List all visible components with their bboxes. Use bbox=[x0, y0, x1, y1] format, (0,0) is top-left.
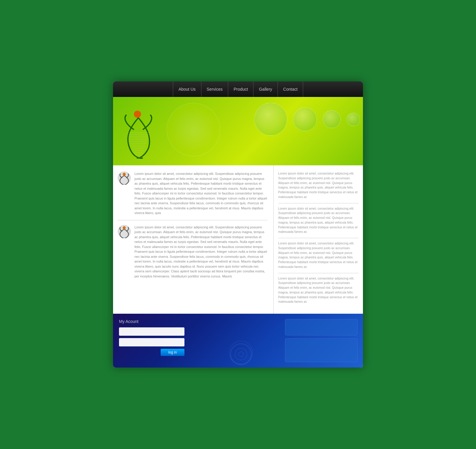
website-container: About Us Services Product Gallery Contac… bbox=[113, 81, 363, 368]
footer-password-input[interactable] bbox=[119, 338, 184, 346]
right-text-3: Lorem ipsum dolor sit amet, consectetur … bbox=[278, 241, 358, 269]
right-text-1: Lorem ipsum dolor sit amet, consectetur … bbox=[278, 171, 358, 200]
svg-point-20 bbox=[231, 344, 251, 365]
svg-point-17 bbox=[123, 173, 126, 176]
svg-point-0 bbox=[134, 111, 141, 118]
right-divider-3 bbox=[278, 273, 358, 273]
footer-username-input[interactable] bbox=[119, 327, 184, 336]
bubble-xsmall bbox=[347, 113, 360, 126]
right-text-4: Lorem ipsum dolor sit amet, consectetur … bbox=[278, 276, 358, 304]
footer-inputs-wrapper: log in bbox=[119, 327, 184, 356]
footer-area: My Acount log in bbox=[113, 314, 363, 368]
right-divider-2 bbox=[278, 238, 358, 238]
outer-wrapper: About Us Services Product Gallery Contac… bbox=[104, 73, 372, 376]
content-logo-icon-1 bbox=[118, 171, 131, 185]
content-divider-1 bbox=[118, 220, 267, 220]
content-left: Lorem ipsum dolor sit amet, consectetur … bbox=[113, 165, 274, 314]
hero-figure bbox=[122, 103, 158, 162]
nav-item-services[interactable]: Services bbox=[201, 81, 228, 97]
footer-right bbox=[280, 314, 363, 368]
footer-login-button[interactable]: log in bbox=[161, 349, 184, 356]
nav-bar: About Us Services Product Gallery Contac… bbox=[113, 81, 363, 97]
right-block-2: Lorem ipsum dolor sit amet, consectetur … bbox=[278, 206, 358, 235]
hero-circle-bg bbox=[167, 103, 220, 156]
bubble-large bbox=[254, 103, 287, 136]
nav-item-contact[interactable]: Contact bbox=[278, 81, 303, 97]
nav-item-gallery[interactable]: Gallery bbox=[253, 81, 277, 97]
content-text-1: Lorem ipsum dolor sit amet, consectetur … bbox=[134, 171, 267, 216]
footer-login: My Acount log in bbox=[113, 314, 202, 368]
footer-middle bbox=[202, 314, 280, 368]
right-divider-1 bbox=[278, 203, 358, 203]
content-area: Lorem ipsum dolor sit amet, consectetur … bbox=[113, 165, 363, 314]
nav-items: About Us Services Product Gallery Contac… bbox=[173, 81, 303, 97]
svg-point-21 bbox=[235, 348, 247, 360]
bubble-small bbox=[323, 110, 341, 128]
right-block-4: Lorem ipsum dolor sit amet, consectetur … bbox=[278, 276, 358, 304]
content-text-2: Lorem ipsum dolor sit amet, consectetur … bbox=[134, 225, 267, 279]
right-block-3: Lorem ipsum dolor sit amet, consectetur … bbox=[278, 241, 358, 269]
svg-point-22 bbox=[239, 352, 243, 357]
right-block-1: Lorem ipsum dolor sit amet, consectetur … bbox=[278, 171, 358, 200]
footer-right-box-bottom bbox=[285, 338, 358, 362]
bubble-medium bbox=[293, 107, 317, 131]
nav-item-about[interactable]: About Us bbox=[173, 81, 201, 97]
svg-point-19 bbox=[123, 226, 126, 229]
hero-banner bbox=[113, 97, 363, 165]
content-block-2: Lorem ipsum dolor sit amet, consectetur … bbox=[118, 225, 267, 279]
hero-bubbles bbox=[254, 103, 363, 136]
right-text-2: Lorem ipsum dolor sit amet, consectetur … bbox=[278, 206, 358, 235]
footer-login-title: My Acount bbox=[119, 319, 196, 324]
content-logo-icon-2 bbox=[118, 225, 131, 238]
content-block-1: Lorem ipsum dolor sit amet, consectetur … bbox=[118, 171, 267, 216]
footer-right-box-top bbox=[285, 319, 358, 335]
nav-item-product[interactable]: Product bbox=[228, 81, 253, 97]
content-right: Lorem ipsum dolor sit amet, consectetur … bbox=[274, 165, 363, 314]
